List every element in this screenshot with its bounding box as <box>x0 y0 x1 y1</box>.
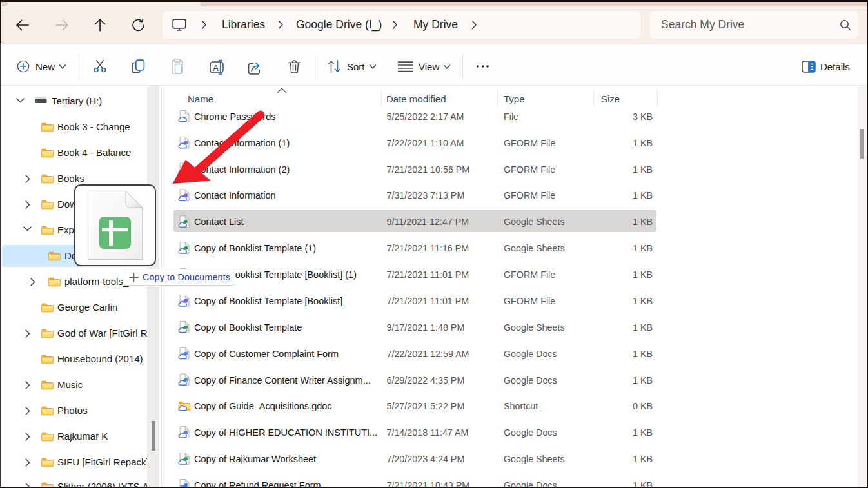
svg-text:1 KB: 1 KB <box>633 349 653 359</box>
svg-text:5/25/2022 2:17 AM: 5/25/2022 2:17 AM <box>387 112 464 122</box>
svg-text:Rajkumar K: Rajkumar K <box>57 431 108 442</box>
svg-text:7/22/2021 1:10 AM: 7/22/2021 1:10 AM <box>387 138 464 148</box>
svg-text:Exp: Exp <box>57 224 74 235</box>
svg-text:Contact List: Contact List <box>194 217 244 227</box>
svg-text:Copy of Rajkumar Worksheet: Copy of Rajkumar Worksheet <box>194 454 316 464</box>
svg-text:1 KB: 1 KB <box>633 480 653 487</box>
svg-text:File: File <box>504 112 518 122</box>
svg-text:God of War [FitGirl Rep: God of War [FitGirl Rep <box>57 327 150 338</box>
svg-text:7/21/2021 10:43 PM: 7/21/2021 10:43 PM <box>387 480 470 487</box>
svg-text:Book 3 - Change: Book 3 - Change <box>57 121 130 132</box>
svg-text:1 KB: 1 KB <box>633 454 653 464</box>
svg-text:7/21/2021 10:56 PM: 7/21/2021 10:56 PM <box>387 164 470 175</box>
svg-text:1 KB: 1 KB <box>633 322 653 333</box>
svg-text:7/22/2021 12:59 AM: 7/22/2021 12:59 AM <box>387 349 469 359</box>
svg-text:3 KB: 3 KB <box>633 112 653 122</box>
svg-text:GFORM File: GFORM File <box>504 138 555 148</box>
svg-text:Google Docs: Google Docs <box>504 349 557 359</box>
svg-text:1 KB: 1 KB <box>633 217 653 227</box>
svg-text:6/29/2022 4:35 PM: 6/29/2022 4:35 PM <box>387 375 465 386</box>
svg-text:Shortcut: Shortcut <box>504 401 538 411</box>
svg-text:Google Docs: Google Docs <box>504 427 557 438</box>
svg-text:A: A <box>213 63 219 73</box>
svg-text:1 KB: 1 KB <box>633 296 653 306</box>
svg-text:Copy of Refund Request Form: Copy of Refund Request Form <box>194 480 321 487</box>
svg-text:7/21/2021 11:01 PM: 7/21/2021 11:01 PM <box>387 296 469 306</box>
svg-text:Copy of Booklist Template (1): Copy of Booklist Template (1) <box>194 243 316 253</box>
svg-text:1 KB: 1 KB <box>633 164 653 175</box>
svg-text:Music: Music <box>57 379 83 390</box>
svg-text:Google Sheets: Google Sheets <box>504 243 565 253</box>
svg-text:Type: Type <box>504 93 525 104</box>
svg-text:Photos: Photos <box>57 405 88 416</box>
svg-text:Google Sheets: Google Sheets <box>504 217 565 227</box>
svg-text:1 KB: 1 KB <box>633 243 653 253</box>
svg-text:1 KB: 1 KB <box>633 375 653 386</box>
svg-text:Size: Size <box>601 93 620 104</box>
svg-text:Book 4 - Balance: Book 4 - Balance <box>57 147 131 158</box>
svg-text:1 KB: 1 KB <box>633 138 653 148</box>
svg-text:Copy of Guide Acquisitions.gd: Copy of Guide Acquisitions.gdoc <box>194 401 332 411</box>
svg-text:9/17/2021 1:48 PM: 9/17/2021 1:48 PM <box>387 322 465 333</box>
svg-text:7/21/2021 11:01 PM: 7/21/2021 11:01 PM <box>387 269 469 280</box>
svg-text:Google Sheets: Google Sheets <box>504 322 565 333</box>
svg-text:7/20/2023 4:24 PM: 7/20/2023 4:24 PM <box>387 454 465 464</box>
svg-text:GFORM File: GFORM File <box>504 190 555 200</box>
svg-text:Copy of Booklist Template: Copy of Booklist Template <box>194 322 302 333</box>
svg-text:Copy of Finance Content Writer: Copy of Finance Content Writer Assignm..… <box>194 375 371 386</box>
svg-text:0 KB: 0 KB <box>633 401 653 411</box>
svg-text:1 KB: 1 KB <box>633 427 653 438</box>
svg-text:Google Sheets: Google Sheets <box>504 454 565 464</box>
svg-text:1 KB: 1 KB <box>633 190 653 200</box>
svg-text:SIFU [FitGirl Repack]: SIFU [FitGirl Repack] <box>57 456 149 467</box>
svg-text:7/14/2018 11:47 AM: 7/14/2018 11:47 AM <box>387 427 469 438</box>
svg-text:1 KB: 1 KB <box>633 269 653 280</box>
svg-text:Date modified: Date modified <box>386 93 446 104</box>
svg-text:9/11/2021 12:47 PM: 9/11/2021 12:47 PM <box>387 217 469 227</box>
svg-text:Books: Books <box>57 173 84 184</box>
svg-text:7/31/2023 7:13 PM: 7/31/2023 7:13 PM <box>387 190 465 200</box>
svg-text:GFORM File: GFORM File <box>504 269 555 280</box>
svg-text:GFORM File: GFORM File <box>504 296 555 306</box>
svg-text:Slither (2006) [YTS.AG]: Slither (2006) [YTS.AG] <box>57 481 150 487</box>
svg-text:GFORM File: GFORM File <box>504 164 555 175</box>
svg-text:5/27/2021 5:22 PM: 5/27/2021 5:22 PM <box>387 401 465 411</box>
svg-text:Housebound (2014): Housebound (2014) <box>57 353 143 364</box>
svg-text:Copy of Customer Complaint For: Copy of Customer Complaint Form <box>194 349 339 359</box>
svg-text:Copy of HIGHER EDUCATION INSTI: Copy of HIGHER EDUCATION INSTITUTI... <box>194 427 377 438</box>
svg-text:Google Docs: Google Docs <box>504 480 557 487</box>
svg-text:George Carlin: George Carlin <box>57 302 117 313</box>
svg-text:Google Docs: Google Docs <box>504 375 557 386</box>
svg-text:7/21/2021 11:16 PM: 7/21/2021 11:16 PM <box>387 243 469 253</box>
svg-text:Copy of Booklist Template [Boo: Copy of Booklist Template [Booklist] <box>194 296 342 306</box>
svg-text:Tertiary (H:): Tertiary (H:) <box>52 95 102 106</box>
